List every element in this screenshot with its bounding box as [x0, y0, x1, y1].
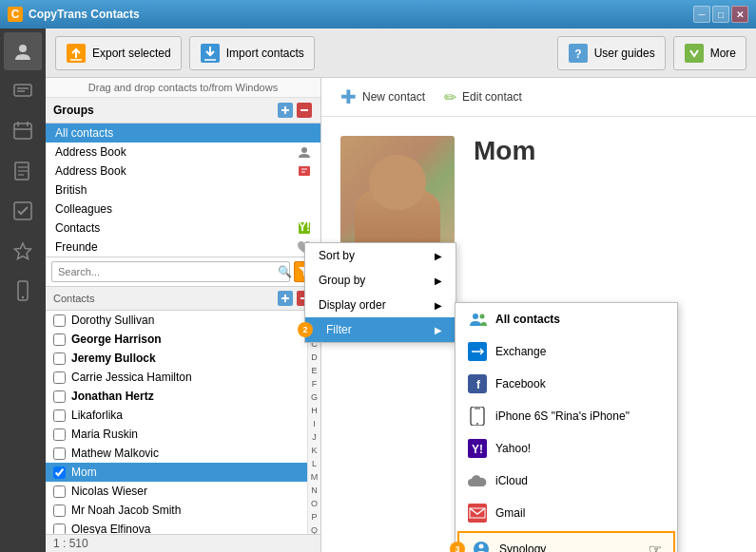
svg-point-39 [473, 314, 478, 319]
group-addressbook1-label: Address Book [55, 145, 292, 159]
remove-group-button[interactable] [296, 102, 313, 119]
alpha-n[interactable]: N [311, 484, 318, 497]
svg-rect-4 [14, 124, 31, 139]
contact-checkbox[interactable] [53, 447, 66, 460]
alpha-p[interactable]: P [311, 510, 317, 523]
filter-facebook[interactable]: f Facebook [456, 368, 677, 400]
filter-yahoo[interactable]: Y! Yahoo! [456, 432, 677, 465]
alpha-q[interactable]: Q [311, 523, 318, 534]
contact-checkbox[interactable] [53, 523, 66, 535]
contact-checkbox[interactable] [53, 409, 66, 422]
alpha-f[interactable]: F [312, 377, 318, 390]
alpha-e[interactable]: E [311, 364, 317, 377]
svg-text:Y!: Y! [472, 443, 483, 456]
contact-checkbox[interactable] [53, 352, 66, 365]
sort-by-menu-item[interactable]: Sort by ▶ [305, 243, 456, 268]
sidebar-item-calendar[interactable] [4, 112, 42, 150]
list-item[interactable]: Jeremy Bullock [46, 349, 307, 368]
alpha-d[interactable]: D [311, 351, 318, 364]
alpha-g[interactable]: G [311, 390, 318, 404]
new-contact-label: New contact [362, 90, 425, 104]
contact-name: Jonathan Hertz [71, 390, 154, 403]
contact-checkbox[interactable] [53, 333, 66, 346]
alpha-j[interactable]: J [312, 430, 317, 444]
contact-name: Olesya Elfinova [71, 523, 150, 534]
sidebar-item-phone[interactable] [4, 272, 42, 310]
alpha-h[interactable]: H [311, 404, 318, 417]
contact-name: Dorothy Sullivan [71, 314, 154, 327]
add-group-button[interactable] [277, 102, 294, 119]
sidebar-item-messages[interactable] [4, 72, 42, 110]
filter-iphone[interactable]: iPhone 6S "Rina's iPhone" [456, 400, 677, 432]
sidebar-item-tasks[interactable] [4, 192, 42, 230]
alpha-i[interactable]: I [313, 417, 316, 430]
contact-checkbox[interactable] [53, 485, 66, 498]
close-button[interactable]: ✕ [731, 6, 748, 23]
list-item[interactable]: Carrie Jessica Hamilton [46, 368, 307, 387]
group-item-all[interactable]: All contacts [46, 124, 320, 143]
filter-icloud[interactable]: iCloud [456, 465, 677, 497]
list-item[interactable]: Jonathan Hertz [46, 387, 307, 406]
maximize-button[interactable]: □ [712, 6, 729, 23]
export-selected-button[interactable]: Export selected [55, 36, 182, 70]
contact-checkbox[interactable] [53, 314, 66, 327]
list-item[interactable]: George Harrison [46, 330, 307, 349]
list-item[interactable]: Mr Noah Jacob Smith [46, 501, 307, 520]
contact-name: Mom [71, 466, 97, 479]
filter-gmail[interactable]: Gmail [456, 497, 677, 529]
sidebar-item-favorites[interactable] [4, 232, 42, 270]
search-input[interactable] [51, 261, 290, 282]
group-item-british[interactable]: British [46, 181, 320, 200]
groups-header: Groups [46, 98, 320, 124]
filter-synology[interactable]: 3 Synology ☞ [457, 531, 675, 552]
list-item[interactable]: Maria Ruskin [46, 425, 307, 444]
group-british-label: British [55, 183, 87, 197]
sidebar-item-notes[interactable] [4, 152, 42, 190]
svg-point-40 [480, 314, 485, 319]
filter-all-contacts[interactable]: All contacts [456, 303, 677, 335]
svg-text:C: C [11, 8, 20, 21]
group-all-label: All contacts [55, 126, 113, 140]
search-icon[interactable]: 🔍 [278, 265, 292, 278]
group-item-colleagues[interactable]: Colleagues [46, 200, 320, 219]
sidebar-item-contacts[interactable] [4, 32, 42, 70]
filter-exchange[interactable]: Exchange [456, 335, 677, 368]
add-contact-button[interactable] [277, 290, 294, 307]
import-icon [200, 43, 221, 64]
group-item-addressbook1[interactable]: Address Book [46, 143, 320, 162]
svg-rect-50 [470, 508, 485, 518]
group-item-addressbook2[interactable]: Address Book [46, 162, 320, 181]
list-item[interactable]: Mathew Malkovic [46, 444, 307, 463]
more-button[interactable]: More [673, 36, 746, 70]
group-item-freunde[interactable]: Freunde [46, 238, 320, 257]
drag-drop-text: Drag and drop contacts to/from Windows [46, 78, 320, 98]
contact-checkbox[interactable] [53, 504, 66, 517]
user-guides-button[interactable]: ? User guides [557, 36, 666, 70]
contact-checkbox[interactable] [53, 371, 66, 384]
minimize-button[interactable]: ─ [693, 6, 710, 23]
contact-checkbox[interactable] [53, 390, 66, 403]
group-contacts-label: Contacts [55, 221, 292, 235]
contact-info: Mom [474, 136, 535, 166]
filter-menu-item[interactable]: 2 Filter ▶ [305, 317, 456, 342]
alpha-l[interactable]: L [312, 457, 317, 470]
facebook-icon: f [467, 373, 488, 394]
list-item[interactable]: Dorothy Sullivan [46, 311, 307, 330]
new-contact-link[interactable]: ✚ New contact [340, 86, 425, 108]
edit-contact-link[interactable]: ✏ Edit contact [444, 88, 522, 106]
list-item[interactable]: Nicolas Wieser [46, 482, 307, 501]
list-item-selected[interactable]: Mom [46, 463, 307, 482]
group-item-contacts[interactable]: Contacts Y! [46, 219, 320, 238]
cursor-icon: ☞ [649, 541, 662, 553]
list-item[interactable]: Olesya Elfinova [46, 520, 307, 534]
contact-checkbox[interactable] [53, 466, 66, 479]
list-item[interactable]: Likaforlika [46, 406, 307, 425]
display-order-menu-item[interactable]: Display order ▶ [305, 293, 456, 317]
contact-checkbox[interactable] [53, 428, 66, 441]
alpha-m[interactable]: M [311, 470, 319, 484]
filter-all-contacts-label: All contacts [495, 313, 560, 326]
alpha-k[interactable]: K [311, 444, 317, 457]
group-by-menu-item[interactable]: Group by ▶ [305, 268, 456, 293]
alpha-o[interactable]: O [311, 497, 318, 510]
import-contacts-button[interactable]: Import contacts [189, 36, 315, 70]
